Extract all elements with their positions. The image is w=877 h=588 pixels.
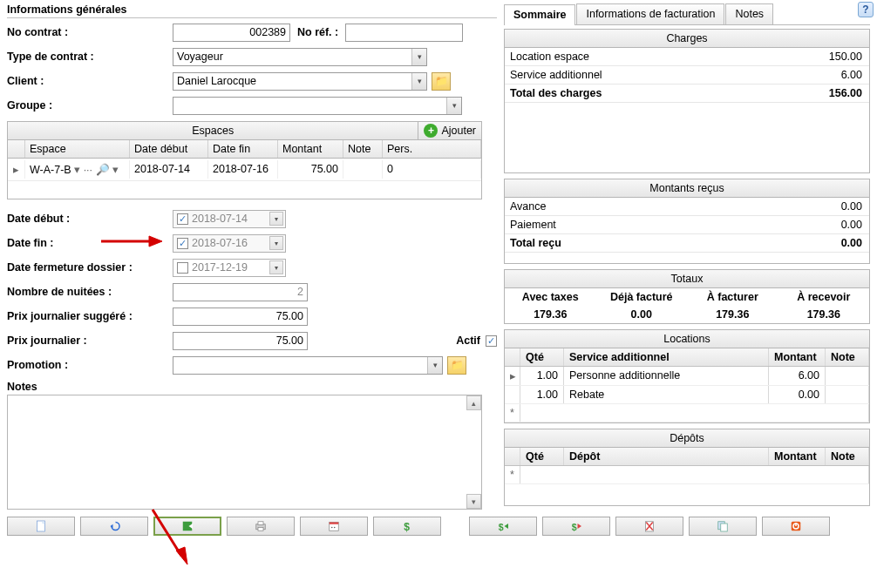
label-prix-sugg: Prix journalier suggéré : (7, 310, 173, 322)
new-row-icon: * (505, 404, 520, 422)
checkbox-icon: ✓ (177, 213, 188, 225)
power-icon (788, 518, 804, 534)
col-note: Note (343, 140, 383, 158)
add-space-button[interactable]: + Ajouter (418, 122, 481, 139)
col-datefin: Date fin (208, 140, 278, 158)
label-dateferm: Date fermeture dossier : (7, 261, 173, 274)
money-button[interactable]: $ (373, 517, 441, 536)
delete-icon (642, 518, 657, 534)
loc-montant: 0.00 (769, 386, 826, 403)
label-nights: Nombre de nuitées : (7, 286, 173, 298)
afacturer-label: À facturer (687, 288, 778, 306)
dep-col-qte: Qté (520, 448, 564, 465)
depots-grid: Dépôts Qté Dépôt Montant Note * (504, 429, 870, 506)
delete-button[interactable] (615, 517, 683, 536)
total-charges-label: Total des charges (505, 84, 782, 102)
svg-marker-3 (176, 547, 187, 564)
date-fin-value: 2018-07-16 (192, 237, 248, 249)
label-actif: Actif (456, 335, 480, 347)
row-indicator-icon: ▸ (8, 160, 25, 179)
scroll-down-icon[interactable]: ▾ (466, 494, 481, 509)
label-prix: Prix journalier : (7, 335, 173, 347)
svg-text:$: $ (404, 521, 410, 533)
contract-input[interactable] (173, 24, 290, 42)
actif-checkbox[interactable]: ✓ (486, 335, 497, 347)
export-button[interactable] (153, 517, 221, 536)
promo-folder-button[interactable]: 📁 (447, 356, 466, 375)
depot-row-new[interactable]: * (505, 466, 869, 484)
prix-input[interactable] (173, 332, 308, 350)
total-charges-value: 156.00 (782, 84, 869, 102)
undo-button[interactable] (80, 517, 148, 536)
power-button[interactable] (762, 517, 830, 536)
loc-montant: 6.00 (769, 367, 826, 385)
loc-col-montant: Montant (769, 348, 826, 366)
client-dropdown-value: Daniel Larocque (177, 75, 256, 87)
cell-datedebut: 2018-07-14 (130, 160, 208, 179)
new-row-icon: * (505, 466, 520, 483)
calendar-icon[interactable]: ▾ (269, 236, 283, 250)
location-row[interactable]: 1.00 Rebate 0.00 (505, 386, 869, 404)
notes-textarea[interactable]: ▴ ▾ (7, 395, 482, 510)
space-options-icon[interactable]: ▾ ··· 🔎 ▾ (74, 164, 119, 176)
serv-label: Service additionnel (505, 66, 782, 84)
charges-panel: Charges Location espace 150.00 Service a… (504, 29, 870, 173)
space-row[interactable]: ▸ W-A-7-B ▾ ··· 🔎 ▾ 2018-07-14 2018-07-1… (8, 159, 481, 181)
copy-button[interactable] (689, 517, 757, 536)
paiement-value: 0.00 (782, 216, 869, 233)
calendar-button[interactable] (300, 517, 368, 536)
loc-col-service: Service additionnel (564, 348, 769, 366)
date-fin-field[interactable]: ✓ 2018-07-16 ▾ (173, 234, 286, 253)
location-row-new[interactable]: * (505, 404, 869, 422)
svg-rect-10 (258, 528, 263, 531)
chevron-down-icon: ▾ (446, 98, 461, 114)
nights-input (173, 283, 308, 301)
loc-service: Personne additionnelle (564, 367, 769, 385)
location-row[interactable]: ▸ 1.00 Personne additionnelle 6.00 (505, 367, 869, 386)
dollar-icon: $ (399, 518, 415, 534)
client-dropdown[interactable]: Daniel Larocque ▾ (173, 72, 427, 91)
checkbox-icon (177, 262, 188, 274)
date-fermeture-field[interactable]: 2017-12-19 ▾ (173, 259, 286, 277)
deja-value: 0.00 (596, 306, 688, 323)
loc-label: Location espace (505, 48, 782, 65)
calendar-icon[interactable]: ▾ (269, 260, 283, 274)
label-ref: No réf. : (297, 26, 338, 38)
date-debut-field[interactable]: ✓ 2018-07-14 ▾ (173, 210, 286, 228)
calendar-icon[interactable]: ▾ (269, 212, 283, 226)
undo-icon (106, 518, 122, 534)
col-montant: Montant (278, 140, 343, 158)
tab-notes[interactable]: Notes (725, 3, 773, 24)
cell-note (343, 160, 383, 179)
client-folder-button[interactable]: 📁 (432, 72, 451, 91)
depots-header: Dépôts (505, 429, 869, 448)
print-button[interactable] (227, 517, 295, 536)
group-dropdown[interactable]: ▾ (173, 97, 462, 115)
arecevoir-value: 179.36 (778, 306, 870, 323)
svg-rect-24 (721, 524, 728, 531)
tab-sommaire[interactable]: Sommaire (504, 4, 575, 25)
promo-dropdown[interactable]: ▾ (173, 356, 443, 375)
dep-col-depot: Dépôt (564, 448, 769, 465)
col-datedebut: Date début (130, 140, 208, 158)
label-datefin: Date fin : (7, 237, 173, 249)
scroll-up-icon[interactable]: ▴ (466, 395, 481, 410)
ref-input[interactable] (345, 24, 463, 42)
loc-qte: 1.00 (520, 367, 564, 385)
help-icon[interactable]: ? (858, 2, 874, 17)
svg-point-14 (334, 527, 336, 529)
folder-icon: 📁 (435, 75, 448, 87)
loc-value: 150.00 (782, 48, 869, 65)
loc-service: Rebate (564, 386, 769, 403)
money-out-button[interactable]: $ (542, 517, 610, 536)
afacturer-value: 179.36 (687, 306, 778, 323)
money-in-button[interactable]: $ (469, 517, 537, 536)
prix-suggere-input[interactable] (173, 308, 308, 326)
avec-taxes-label: Avec taxes (505, 288, 596, 306)
type-dropdown[interactable]: Voyageur ▾ (173, 48, 427, 66)
section-title: Informations générales (7, 3, 497, 18)
new-document-button[interactable] (7, 517, 75, 536)
tab-facturation[interactable]: Informations de facturation (576, 3, 724, 24)
print-icon (253, 518, 269, 534)
calendar-icon (326, 518, 342, 534)
